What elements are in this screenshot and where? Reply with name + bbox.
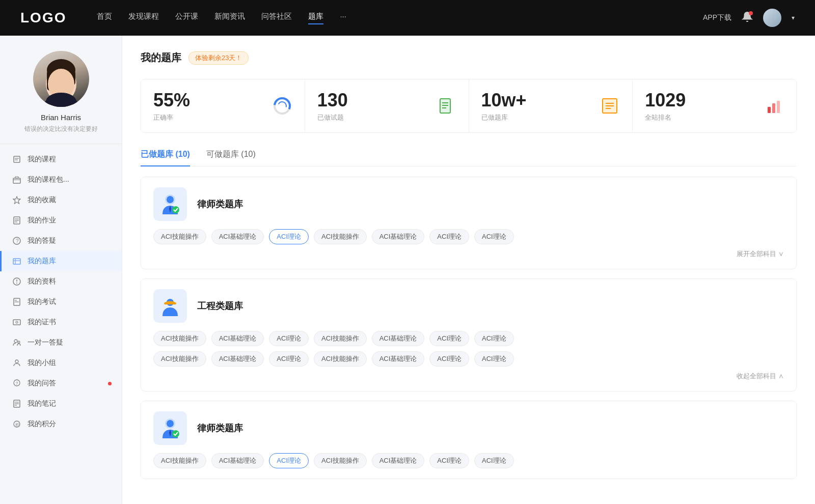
svg-rect-10 [13,178,20,183]
bank-tag-2-6[interactable]: ACI理论 [474,453,514,468]
exam-icon [12,297,21,306]
expand-link-0[interactable]: 展开全部科目 ∨ [153,249,784,259]
bank-tag-1-3[interactable]: ACI技能操作 [314,331,367,346]
bank-tag-2-2[interactable]: ACI理论 [269,453,309,468]
bank-tag2-1-0[interactable]: ACI技能操作 [153,351,206,367]
svg-point-31 [14,340,17,343]
svg-point-61 [172,206,179,213]
stat-accuracy: 55% 正确率 [141,79,305,132]
bank-tag-2-4[interactable]: ACI基础理论 [372,453,425,468]
bank-tag-2-0[interactable]: ACI技能操作 [153,453,206,468]
package-icon [12,175,21,184]
bank-tag-0-2[interactable]: ACI理论 [269,229,309,244]
bank-tag-0-6[interactable]: ACI理论 [474,229,514,244]
tab-done-banks[interactable]: 已做题库 (10) [141,149,190,166]
trial-badge: 体验剩余23天！ [188,51,249,65]
nav-link-discover[interactable]: 发现课程 [128,12,159,24]
bank-tag-1-4[interactable]: ACI基础理论 [372,331,425,346]
bank-section-1: 工程类题库 ACI技能操作 ACI基础理论 ACI理论 ACI技能操作 ACI基… [141,278,797,391]
sidebar-label-points: 我的积分 [28,419,56,429]
sidebar-item-homework[interactable]: 我的作业 [0,210,122,231]
notification-bell[interactable] [742,11,753,24]
nav-link-news[interactable]: 新闻资讯 [214,12,245,24]
bank-tag-0-0[interactable]: ACI技能操作 [153,229,206,244]
nav-links: 首页 发现课程 公开课 新闻资讯 问答社区 题库 ··· [97,12,683,24]
bank-tag2-1-5[interactable]: ACI理论 [429,351,469,367]
bank-tag-2-1[interactable]: ACI基础理论 [211,453,264,468]
svg-text:?: ? [16,381,18,386]
bank-tag-2-3[interactable]: ACI技能操作 [314,453,367,468]
nav-link-home[interactable]: 首页 [97,12,112,24]
svg-point-65 [167,420,174,427]
lawyer-bank-icon-0 [153,187,187,221]
nav-link-qa[interactable]: 问答社区 [261,12,292,24]
collapse-link-1[interactable]: 收起全部科目 ∧ [153,372,784,381]
stat-done-label: 已做试题 [317,113,428,122]
sidebar-item-my-qa[interactable]: ? 我的问答 [0,373,122,394]
svg-rect-56 [772,103,775,113]
homework-icon [12,216,21,225]
stat-accuracy-label: 正确率 [153,113,264,122]
bank-tags-1: ACI技能操作 ACI基础理论 ACI理论 ACI技能操作 ACI基础理论 AC… [153,331,784,346]
qa-icon: ? [12,379,21,388]
svg-point-67 [172,430,179,437]
stat-banks-label: 已做题库 [481,113,592,122]
svg-text:?: ? [16,238,19,244]
bank-tag-0-5[interactable]: ACI理论 [429,229,469,244]
sidebar-item-one-on-one[interactable]: 一对一答疑 [0,332,122,353]
bank-tag-0-4[interactable]: ACI基础理论 [372,229,425,244]
main-layout: Brian Harris 错误的决定比没有决定要好 我的课程 我的课程包... [0,36,815,504]
sidebar-item-notes[interactable]: 我的笔记 [0,394,122,414]
sidebar-label-qa: 我的答疑 [28,236,56,245]
stat-rank-value: 1029 [645,90,755,111]
nav-link-more[interactable]: ··· [340,12,346,24]
svg-rect-55 [768,107,771,113]
app-download-button[interactable]: APP下载 [703,13,731,22]
sidebar-item-exam[interactable]: 我的考试 [0,292,122,312]
bank-tag-1-2[interactable]: ACI理论 [269,331,309,346]
bank-tag-0-3[interactable]: ACI技能操作 [314,229,367,244]
bank-tags-2: ACI技能操作 ACI基础理论 ACI理论 ACI技能操作 ACI基础理论 AC… [153,453,784,468]
question-icon: ? [12,236,21,245]
user-menu-chevron[interactable]: ▾ [792,14,795,21]
bank-tag-1-0[interactable]: ACI技能操作 [153,331,206,346]
stat-accuracy-value: 55% [153,90,264,111]
sidebar-item-cert[interactable]: 我的证书 [0,312,122,332]
bank-tag2-1-2[interactable]: ACI理论 [269,351,309,367]
course-icon [12,155,21,164]
bank-tag2-1-1[interactable]: ACI基础理论 [211,351,264,367]
svg-rect-57 [777,101,780,113]
bank-tag-1-6[interactable]: ACI理论 [474,331,514,346]
bank-tag-0-1[interactable]: ACI基础理论 [211,229,264,244]
material-icon [12,277,21,286]
group-icon [12,358,21,368]
sidebar-label-group: 我的小组 [28,358,56,368]
sidebar-item-material[interactable]: 我的资料 [0,271,122,292]
bank-tag2-1-6[interactable]: ACI理论 [474,351,514,367]
user-avatar[interactable] [763,9,781,27]
nav-link-bank[interactable]: 题库 [308,12,323,24]
sidebar-item-qa-mine[interactable]: ? 我的答疑 [0,231,122,251]
svg-point-30 [16,321,18,323]
sidebar-item-bank[interactable]: 我的题库 [0,251,122,271]
bank-tag-1-1[interactable]: ACI基础理论 [211,331,264,346]
svg-point-44 [278,102,286,110]
bank-tag2-1-3[interactable]: ACI技能操作 [314,351,367,367]
sidebar-item-package[interactable]: 我的课程包... [0,170,122,190]
star-icon [12,195,21,205]
sidebar-item-points[interactable]: 积 我的积分 [0,414,122,434]
page-header: 我的题库 体验剩余23天！ [141,51,797,65]
profile-name: Brian Harris [41,113,81,122]
bank-tag-1-5[interactable]: ACI理论 [429,331,469,346]
bank-tag-2-5[interactable]: ACI理论 [429,453,469,468]
sidebar-item-group[interactable]: 我的小组 [0,353,122,373]
svg-rect-63 [164,302,176,304]
tab-available-banks[interactable]: 可做题库 (10) [206,149,256,166]
nav-link-opencourse[interactable]: 公开课 [175,12,198,24]
tabs-row: 已做题库 (10) 可做题库 (10) [141,149,797,166]
sidebar: Brian Harris 错误的决定比没有决定要好 我的课程 我的课程包... [0,36,122,504]
bank-tag2-1-4[interactable]: ACI基础理论 [372,351,425,367]
sidebar-item-favorites[interactable]: 我的收藏 [0,190,122,210]
sidebar-label-exam: 我的考试 [28,297,56,306]
sidebar-item-course[interactable]: 我的课程 [0,149,122,170]
